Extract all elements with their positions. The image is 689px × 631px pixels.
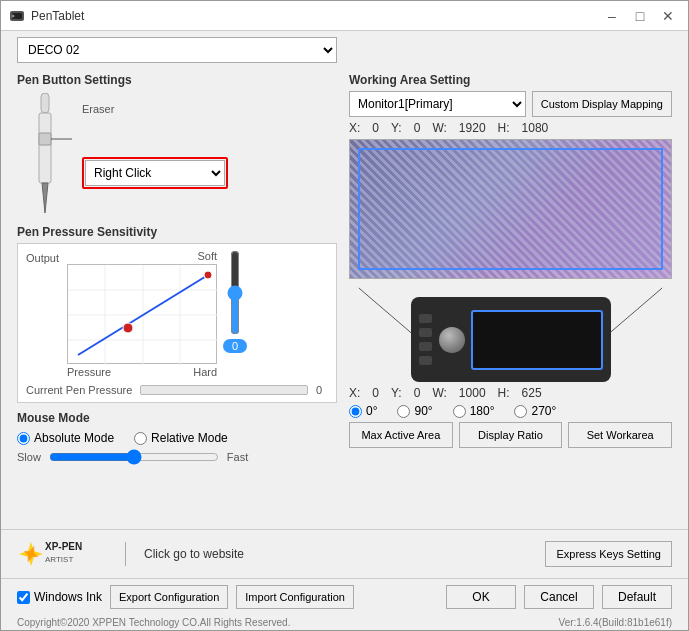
mouse-mode-section: Mouse Mode Absolute Mode Relative Mode S… — [17, 411, 337, 465]
copyright-bar: Copyright©2020 XPPEN Technology CO.All R… — [1, 615, 688, 630]
pen-button-section: Pen Button Settings — [17, 73, 337, 217]
rotation-90-radio[interactable] — [397, 405, 410, 418]
maximize-button[interactable]: □ — [628, 6, 652, 26]
custom-display-mapping-button[interactable]: Custom Display Mapping — [532, 91, 672, 117]
rotation-270-text: 270° — [531, 404, 556, 418]
pressure-slider[interactable] — [225, 250, 245, 335]
current-pressure-row: Current Pen Pressure 0 — [26, 384, 328, 396]
rotation-180-radio[interactable] — [453, 405, 466, 418]
pressure-graph — [67, 264, 217, 364]
fast-label: Fast — [227, 451, 248, 463]
h-value: 1080 — [522, 121, 549, 135]
cancel-button[interactable]: Cancel — [524, 585, 594, 609]
rotation-0-label[interactable]: 0° — [349, 404, 377, 418]
rotation-270-label[interactable]: 270° — [514, 404, 556, 418]
copyright-text: Copyright©2020 XPPEN Technology CO.All R… — [17, 617, 290, 628]
footer-bar: Windows Ink Export Configuration Import … — [1, 578, 688, 615]
rotation-0-text: 0° — [366, 404, 377, 418]
pen-button-select[interactable]: Right Click Left Click Middle Click Scro… — [85, 160, 225, 186]
pressure-curve-svg — [68, 265, 218, 365]
express-keys-button[interactable]: Express Keys Setting — [545, 541, 672, 567]
export-config-button[interactable]: Export Configuration — [110, 585, 228, 609]
svg-text:ARTIST: ARTIST — [45, 555, 73, 564]
svg-text:XP-PEN: XP-PEN — [45, 541, 82, 552]
max-active-area-button[interactable]: Max Active Area — [349, 422, 453, 448]
monitor-select[interactable]: Monitor1[Primary] — [349, 91, 526, 117]
right-panel: Working Area Setting Monitor1[Primary] C… — [349, 73, 672, 525]
relative-mode-label[interactable]: Relative Mode — [134, 431, 228, 445]
y-value: 0 — [414, 121, 421, 135]
rotation-180-label[interactable]: 180° — [453, 404, 495, 418]
tablet-h-value: 625 — [522, 386, 542, 400]
display-ratio-button[interactable]: Display Ratio — [459, 422, 563, 448]
hard-label: Hard — [193, 366, 217, 378]
close-button[interactable]: ✕ — [656, 6, 680, 26]
speed-slider[interactable] — [49, 449, 219, 465]
import-config-button[interactable]: Import Configuration — [236, 585, 354, 609]
app-icon — [9, 8, 25, 24]
tablet-wheel — [439, 327, 465, 353]
rotation-0-radio[interactable] — [349, 405, 362, 418]
pressure-bar-container — [140, 385, 308, 395]
bottom-bar: XP-PEN ARTIST Click go to website Expres… — [1, 529, 688, 578]
relative-mode-text: Relative Mode — [151, 431, 228, 445]
windows-ink-checkbox[interactable] — [17, 591, 30, 604]
tablet-device — [411, 297, 611, 382]
titlebar: PenTablet – □ ✕ — [1, 1, 688, 31]
tablet-active-area — [471, 310, 603, 370]
svg-rect-4 — [39, 113, 51, 183]
slow-label: Slow — [17, 451, 41, 463]
h-label: H: — [498, 121, 510, 135]
svg-marker-7 — [42, 183, 48, 213]
device-select[interactable]: DECO 02 — [17, 37, 337, 63]
titlebar-left: PenTablet — [9, 8, 84, 24]
pressure-bottom-labels: Pressure Hard — [67, 366, 217, 378]
current-pressure-value: 0 — [316, 384, 328, 396]
current-pressure-label: Current Pen Pressure — [26, 384, 132, 396]
main-content: Pen Button Settings — [1, 69, 688, 529]
window-title: PenTablet — [31, 9, 84, 23]
main-window: PenTablet – □ ✕ DECO 02 Pen Button Setti… — [0, 0, 689, 631]
tablet-h-label: H: — [498, 386, 510, 400]
left-panel: Pen Button Settings — [17, 73, 337, 525]
speed-row: Slow Fast — [17, 449, 337, 465]
side-btn-4 — [419, 356, 432, 365]
rotation-270-radio[interactable] — [514, 405, 527, 418]
tablet-preview-wrapper — [349, 287, 672, 382]
pressure-title: Pen Pressure Sensitivity — [17, 225, 337, 239]
absolute-mode-label[interactable]: Absolute Mode — [17, 431, 114, 445]
ok-button[interactable]: OK — [446, 585, 516, 609]
pressure-graph-col: Soft — [67, 250, 217, 378]
output-label: Output — [26, 250, 61, 264]
y-label: Y: — [391, 121, 402, 135]
pen-icon — [17, 93, 72, 223]
screen-preview — [349, 139, 672, 279]
x-value: 0 — [372, 121, 379, 135]
website-link[interactable]: Click go to website — [144, 547, 244, 561]
default-button[interactable]: Default — [602, 585, 672, 609]
pressure-slider-value: 0 — [223, 339, 247, 353]
rotation-90-label[interactable]: 90° — [397, 404, 432, 418]
titlebar-controls: – □ ✕ — [600, 6, 680, 26]
relative-mode-radio[interactable] — [134, 432, 147, 445]
pen-button-dropdown-border: Right Click Left Click Middle Click Scro… — [82, 157, 228, 189]
tablet-w-value: 1000 — [459, 386, 486, 400]
eraser-label: Eraser — [82, 103, 228, 115]
w-value: 1920 — [459, 121, 486, 135]
rotation-90-text: 90° — [414, 404, 432, 418]
absolute-mode-radio[interactable] — [17, 432, 30, 445]
x-label: X: — [349, 121, 360, 135]
svg-rect-3 — [41, 93, 49, 113]
tablet-x-label: X: — [349, 386, 360, 400]
logo-divider — [125, 542, 126, 566]
screen-active-area — [358, 148, 663, 270]
tablet-y-label: Y: — [391, 386, 402, 400]
tablet-coords-row: X: 0 Y: 0 W: 1000 H: 625 — [349, 386, 672, 400]
logo-area: XP-PEN ARTIST Click go to website — [17, 536, 244, 572]
windows-ink-label[interactable]: Windows Ink — [17, 590, 102, 604]
side-btn-3 — [419, 342, 432, 351]
soft-label: Soft — [197, 250, 217, 262]
set-workarea-button[interactable]: Set Workarea — [568, 422, 672, 448]
minimize-button[interactable]: – — [600, 6, 624, 26]
area-buttons-row: Max Active Area Display Ratio Set Workar… — [349, 422, 672, 448]
